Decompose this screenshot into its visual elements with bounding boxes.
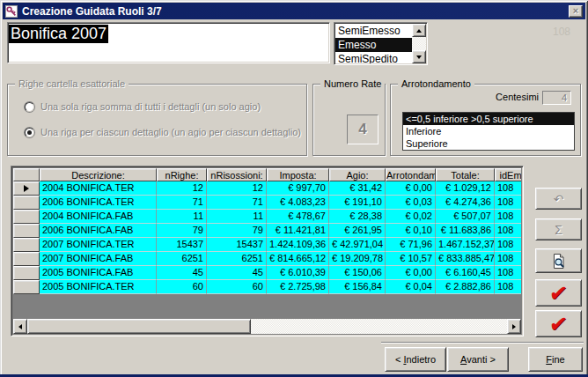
column-header[interactable]: Arrotondam [386, 168, 436, 181]
close-button[interactable]: × [569, 5, 583, 18]
grid-cell[interactable]: € 28,38 [329, 210, 386, 224]
grid-cell[interactable]: 1.424.109,36 [267, 238, 329, 252]
list-item-selected[interactable]: <=0,5 inferiore >0,5 superiore [403, 113, 574, 125]
grid-cell[interactable]: € 1.029,12 [436, 181, 495, 196]
grid-cell[interactable]: 108 [495, 252, 521, 266]
grid-cell[interactable]: 79 [157, 224, 207, 238]
grid-cell[interactable]: € 6.010,39 [267, 266, 329, 280]
back-button[interactable]: < Indietro [385, 347, 446, 372]
grid-cell[interactable]: 79 [207, 224, 267, 238]
grid-cell[interactable]: 60 [207, 280, 267, 294]
row-selector[interactable] [13, 181, 40, 196]
scrollbar-thumb[interactable] [27, 319, 251, 334]
grid-cell[interactable]: € 814.665,12 [267, 252, 329, 266]
list-item-selected[interactable]: Emesso [335, 38, 412, 52]
grid-cell[interactable]: € 0,00 [386, 181, 436, 196]
title-bar[interactable]: Creazione Guidata Ruoli 3/7 × [3, 3, 585, 19]
grid-cell[interactable]: 108 [495, 238, 521, 252]
column-header[interactable]: Descrizione: [40, 168, 157, 181]
status-list-scrollbar[interactable] [412, 24, 426, 63]
column-header[interactable]: Imposta: [267, 168, 329, 181]
row-selector[interactable] [13, 238, 40, 252]
row-selector[interactable] [13, 266, 40, 280]
grid-cell[interactable]: 1.467.152,37 [436, 238, 495, 252]
row-selector[interactable] [13, 196, 40, 210]
grid-cell[interactable]: € 11.421,81 [267, 224, 329, 238]
grid-cell[interactable]: € 997,70 [267, 181, 329, 196]
column-header[interactable]: idEmis [495, 168, 521, 181]
grid-cell[interactable]: € 507,07 [436, 210, 495, 224]
row-selector[interactable] [13, 210, 40, 224]
grid-cell[interactable]: 2006 BONIFICA.FAB [40, 224, 157, 238]
grid-cell[interactable]: € 10,57 [386, 252, 436, 266]
grid-corner-cell[interactable] [13, 168, 40, 181]
list-item[interactable]: SemiSpedito [335, 52, 412, 63]
grid-cell[interactable]: 6251 [207, 252, 267, 266]
grid-cell[interactable]: 71 [207, 196, 267, 210]
grid-cell[interactable]: € 833.885,47 [436, 252, 495, 266]
grid-cell[interactable]: € 191,10 [329, 196, 386, 210]
grid-cell[interactable]: € 0,02 [386, 210, 436, 224]
confirm-selection-button[interactable]: ✔ [535, 279, 582, 307]
list-item[interactable]: SemiEmesso [335, 24, 412, 38]
scroll-down-arrow[interactable] [412, 50, 426, 63]
finish-button[interactable]: Fine [528, 347, 583, 372]
grid-cell[interactable]: € 31,42 [329, 181, 386, 196]
grid-cell[interactable]: € 261,95 [329, 224, 386, 238]
grid-cell[interactable]: 108 [495, 181, 521, 196]
grid-cell[interactable]: € 6.160,45 [436, 266, 495, 280]
grid-cell[interactable]: € 478,67 [267, 210, 329, 224]
grid-cell[interactable]: 11 [207, 210, 267, 224]
grid-cell[interactable]: 2004 BONIFICA.TER [40, 181, 157, 196]
row-selector[interactable] [13, 252, 40, 266]
grid-cell[interactable]: € 19.209,78 [329, 252, 386, 266]
grid-cell[interactable]: € 0,00 [386, 266, 436, 280]
grid-cell[interactable]: 71 [157, 196, 207, 210]
description-input[interactable]: Bonifica 2007 [7, 22, 330, 63]
grid-cell[interactable]: € 2.882,86 [436, 280, 495, 294]
grid-cell[interactable]: € 4.083,23 [267, 196, 329, 210]
grid-cell[interactable]: 108 [495, 280, 521, 294]
list-item[interactable]: Inferiore [403, 125, 574, 137]
column-header[interactable]: Totale: [436, 168, 495, 181]
grid-cell[interactable]: 11 [157, 210, 207, 224]
grid-cell[interactable]: 2005 BONIFICA.TER [40, 280, 157, 294]
status-listbox[interactable]: SemiEmesso Emesso SemiSpedito [334, 22, 428, 65]
grid-cell[interactable]: 2005 BONIFICA.FAB [40, 266, 157, 280]
grid-cell[interactable]: 60 [157, 280, 207, 294]
grid-cell[interactable]: € 42.971,04 [329, 238, 386, 252]
grid-cell[interactable]: 45 [207, 266, 267, 280]
scroll-left-arrow[interactable] [13, 319, 27, 334]
grid-cell[interactable]: 45 [157, 266, 207, 280]
grid-cell[interactable]: 6251 [157, 252, 207, 266]
grid-cell[interactable]: 12 [207, 181, 267, 196]
grid-cell[interactable]: € 2.725,98 [267, 280, 329, 294]
grid-cell[interactable]: € 0,10 [386, 224, 436, 238]
scroll-up-arrow[interactable] [412, 24, 426, 37]
next-button[interactable]: Avanti > [447, 347, 509, 372]
grid-cell[interactable]: 2004 BONIFICA.FAB [40, 210, 157, 224]
scroll-right-arrow[interactable] [507, 319, 521, 334]
grid-cell[interactable]: € 71,96 [386, 238, 436, 252]
grid-cell[interactable]: 15437 [207, 238, 267, 252]
column-header[interactable]: nRighe: [157, 168, 207, 181]
row-selector[interactable] [13, 280, 40, 294]
grid-horizontal-scrollbar[interactable] [13, 319, 521, 334]
grid-cell[interactable]: 108 [495, 224, 521, 238]
column-header[interactable]: nRisossioni: [207, 168, 267, 181]
grid-cell[interactable]: 108 [495, 210, 521, 224]
confirm-all-button[interactable]: ✔ [535, 310, 582, 337]
print-preview-button[interactable] [535, 248, 582, 273]
grid-cell[interactable]: € 4.274,36 [436, 196, 495, 210]
grid-cell[interactable]: 108 [495, 196, 521, 210]
grid-cell[interactable]: 12 [157, 181, 207, 196]
column-header[interactable]: Agio: [329, 168, 386, 181]
grid-cell[interactable]: 2007 BONIFICA.TER [40, 238, 157, 252]
row-selector[interactable] [13, 224, 40, 238]
grid-cell[interactable]: 15437 [157, 238, 207, 252]
grid-cell[interactable]: 2006 BONIFICA.TER [40, 196, 157, 210]
grid-cell[interactable]: 108 [495, 266, 521, 280]
grid-cell[interactable]: € 0,04 [386, 280, 436, 294]
rounding-listbox[interactable]: <=0,5 inferiore >0,5 superiore Inferiore… [402, 112, 575, 151]
grid-cell[interactable]: € 150,06 [329, 266, 386, 280]
